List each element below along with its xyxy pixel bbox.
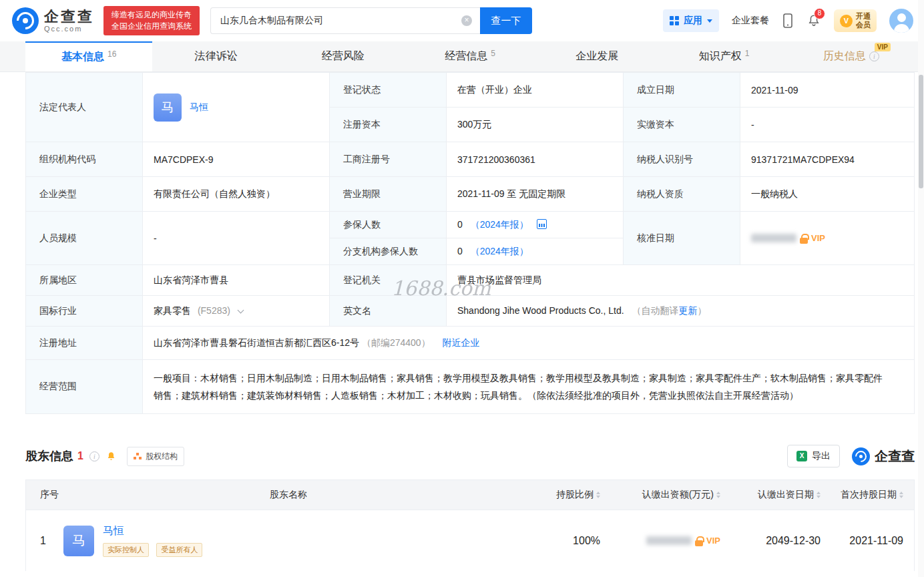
mobile-app-button[interactable] xyxy=(782,13,794,29)
org-chart-icon xyxy=(134,453,142,459)
chevron-down-icon[interactable] xyxy=(237,307,244,313)
vip-locked-value[interactable]: VIP xyxy=(600,536,720,546)
tab-label: 历史信息 xyxy=(823,49,866,63)
shareholder-row: 1 马 马恒 实际控制人 受益所有人 100% xyxy=(26,510,914,571)
tab-count: 1 xyxy=(745,49,750,58)
open-vip-label: 开通会员 xyxy=(856,12,871,29)
field-label: 登记状态 xyxy=(330,73,447,108)
tab-label: 基本信息 xyxy=(61,50,104,64)
info-icon[interactable]: i xyxy=(869,51,879,61)
enterprise-package-link[interactable]: 企业套餐 xyxy=(732,15,769,27)
field-value: 371721200360361 xyxy=(447,142,624,177)
actual-controller-tag: 实际控制人 xyxy=(103,543,149,557)
tab-basic-info[interactable]: 基本信息 16 xyxy=(25,41,152,71)
vip-label: VIP xyxy=(706,536,720,546)
tab-history-info[interactable]: VIP 历史信息 i xyxy=(788,41,915,71)
translate-update-link[interactable]: 更新 xyxy=(678,305,697,316)
field-value: 300万元 xyxy=(447,108,624,142)
field-value: 2021-11-09 xyxy=(740,73,915,108)
field-label: 注册资本 xyxy=(330,108,447,142)
field-label: 纳税人识别号 xyxy=(624,142,740,177)
legal-rep-name-link[interactable]: 马恒 xyxy=(190,102,208,114)
field-label: 所属地区 xyxy=(26,265,143,296)
auto-translate-note: （自动翻译 xyxy=(632,305,678,316)
info-icon[interactable]: i xyxy=(89,451,99,461)
col-header-amount[interactable]: 认缴出资额(万元) xyxy=(642,489,720,501)
export-button[interactable]: X 导出 xyxy=(787,445,840,467)
annual-report-link[interactable]: （2024年报） xyxy=(471,246,529,256)
field-value: 2021-11-09 至 无固定期限 xyxy=(447,177,624,212)
search-input[interactable] xyxy=(211,15,480,26)
tab-legal-litigation[interactable]: 法律诉讼 xyxy=(152,41,279,71)
qcc-logo[interactable]: 企查查 Qcc.com xyxy=(12,7,94,34)
beneficial-owner-tag: 受益所有人 xyxy=(156,543,202,557)
field-label: 登记机关 xyxy=(330,265,447,296)
vip-locked-value[interactable]: VIP xyxy=(751,233,907,244)
qcc-logo-icon xyxy=(12,7,39,34)
slogan-line-1: 缔造有远见的商业传奇 xyxy=(111,9,192,21)
field-label: 人员规模 xyxy=(26,212,143,265)
field-value: 曹县市场监督管理局 xyxy=(447,265,915,296)
sort-icon xyxy=(899,492,903,498)
shareholding-ratio: 100% xyxy=(513,535,600,547)
monitor-bell-icon[interactable] xyxy=(105,451,117,462)
top-bar: 企查查 Qcc.com 缔造有远见的商业传奇 全国企业信用查询系统 × 查一下 … xyxy=(0,0,924,41)
user-avatar[interactable] xyxy=(889,9,913,33)
legal-rep-avatar[interactable]: 马 xyxy=(154,93,182,122)
shareholder-name-link[interactable]: 马恒 xyxy=(103,524,207,538)
search-button[interactable]: 查一下 xyxy=(480,7,532,34)
shareholder-avatar[interactable]: 马 xyxy=(63,526,94,556)
industry-code: (F5283) xyxy=(198,305,230,316)
tab-enterprise-development[interactable]: 企业发展 xyxy=(533,41,660,71)
company-tabs: 基本信息 16 法律诉讼 经营风险 经营信息 5 企业发展 知识产权 1 VIP… xyxy=(0,41,924,72)
row-index: 1 xyxy=(26,535,63,547)
shareholders-count: 1 xyxy=(77,450,83,462)
slogan-badge: 缔造有远见的商业传奇 全国企业信用查询系统 xyxy=(103,6,200,35)
col-header-ratio[interactable]: 持股比例 xyxy=(556,489,600,501)
blurred-value xyxy=(751,234,796,242)
field-label: 组织机构代码 xyxy=(26,142,143,177)
brand-name: 企查查 xyxy=(44,9,94,25)
notifications-button[interactable]: 8 xyxy=(806,13,821,28)
field-label: 核准日期 xyxy=(624,212,740,265)
nearby-companies-link[interactable]: 附近企业 xyxy=(443,337,480,348)
tab-label: 企业发展 xyxy=(575,49,618,63)
col-header-first-date[interactable]: 首次持股日期 xyxy=(841,489,903,501)
field-label: 纳税人资质 xyxy=(624,177,740,212)
lock-icon xyxy=(695,536,703,546)
field-label: 注册地址 xyxy=(26,327,143,360)
field-label: 成立日期 xyxy=(624,73,740,108)
annual-report-icon[interactable] xyxy=(537,219,547,229)
blurred-value xyxy=(646,536,692,545)
apps-dropdown[interactable]: 应用 xyxy=(663,9,719,32)
field-label: 法定代表人 xyxy=(26,73,143,142)
col-header-subscribe-date[interactable]: 认缴出资日期 xyxy=(758,489,821,501)
field-value: 91371721MA7CDPEX94 xyxy=(740,142,915,177)
col-header-name: 股东名称 xyxy=(63,489,513,501)
annual-report-link[interactable]: （2024年报） xyxy=(471,219,529,230)
brand-domain: Qcc.com xyxy=(44,25,94,33)
business-scope-value: 一般项目：木材销售；日用木制品制造；日用木制品销售；家具销售；教学用模型及教具销… xyxy=(143,360,915,414)
tab-operation-info[interactable]: 经营信息 5 xyxy=(407,41,533,71)
main-content: 法定代表人 马 马恒 登记状态 在营（开业）企业 成立日期 2021-11-09… xyxy=(0,72,924,571)
tab-operation-risk[interactable]: 经营风险 xyxy=(280,41,407,71)
tab-intellectual-property[interactable]: 知识产权 1 xyxy=(660,41,787,71)
section-qcc-logo: 企查查 xyxy=(852,447,915,465)
first-holding-date: 2021-11-09 xyxy=(821,535,914,547)
tab-label: 法律诉讼 xyxy=(194,49,237,63)
subscribe-date: 2049-12-30 xyxy=(720,535,821,547)
field-label: 英文名 xyxy=(330,296,447,327)
shareholders-header: 股东信息 1 i 股权结构 X 导出 企查查 xyxy=(25,445,915,467)
field-label: 分支机构参保人数 xyxy=(330,238,447,265)
tab-label: 经营信息 xyxy=(445,49,487,63)
equity-structure-button[interactable]: 股权结构 xyxy=(127,447,184,466)
tab-count: 16 xyxy=(107,49,116,59)
clear-search-icon[interactable]: × xyxy=(461,15,472,26)
search-box: × xyxy=(210,7,480,34)
scrollbar-thumb[interactable] xyxy=(919,75,923,188)
open-vip-button[interactable]: V 开通会员 xyxy=(834,9,877,32)
top-right-nav: 应用 企业套餐 8 V 开通会员 xyxy=(663,9,913,33)
field-value: - xyxy=(143,212,330,265)
field-label: 国标行业 xyxy=(26,296,143,327)
chevron-down-icon xyxy=(707,19,712,23)
